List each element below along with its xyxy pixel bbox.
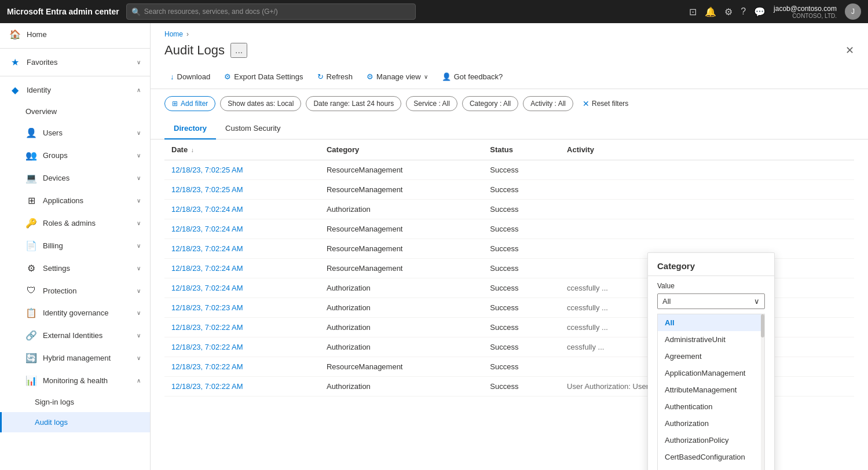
sidebar-item-protection[interactable]: 🛡 Protection ∨ bbox=[0, 280, 150, 302]
filters-bar: ⊞ Add filter Show dates as: Local Date r… bbox=[151, 89, 868, 118]
sidebar-item-groups[interactable]: 👥 Groups ∨ bbox=[0, 144, 150, 167]
breadcrumb-home[interactable]: Home bbox=[164, 30, 183, 38]
sidebar-item-sign-in-logs[interactable]: Sign-in logs bbox=[0, 392, 150, 412]
cell-date[interactable]: 12/18/23, 7:02:22 AM bbox=[164, 337, 320, 357]
sidebar-item-users[interactable]: 👤 Users ∨ bbox=[0, 122, 150, 144]
sidebar-item-settings[interactable]: ⚙ Settings ∨ bbox=[0, 257, 150, 280]
manage-view-button[interactable]: ⚙ Manage view ∨ bbox=[361, 69, 434, 84]
cell-date[interactable]: 12/18/23, 7:02:22 AM bbox=[164, 318, 320, 337]
dropdown-list-item[interactable]: Agreement bbox=[658, 348, 764, 365]
cell-date[interactable]: 12/18/23, 7:02:23 AM bbox=[164, 298, 320, 318]
sidebar-item-label: Protection bbox=[43, 287, 131, 295]
cell-status: Success bbox=[483, 318, 560, 337]
feedback-button[interactable]: 👤 Got feedback? bbox=[436, 69, 509, 84]
search-input[interactable] bbox=[144, 8, 411, 16]
service-filter[interactable]: Service : All bbox=[406, 96, 457, 111]
cell-date[interactable]: 12/18/23, 7:02:25 AM bbox=[164, 180, 320, 200]
download-button[interactable]: ↓ Download bbox=[164, 69, 216, 84]
page-menu-button[interactable]: ... bbox=[230, 43, 247, 58]
sidebar-item-monitoring-health[interactable]: 📊 Monitoring & health ∧ bbox=[0, 369, 150, 392]
close-button[interactable]: ✕ bbox=[845, 44, 854, 57]
sidebar-item-identity[interactable]: ◆ Identity ∧ bbox=[0, 79, 150, 101]
dropdown-list-item[interactable]: AttributeManagement bbox=[658, 381, 764, 398]
sidebar-item-devices[interactable]: 💻 Devices ∨ bbox=[0, 167, 150, 189]
cell-date[interactable]: 12/18/23, 7:02:25 AM bbox=[164, 160, 320, 180]
dropdown-body: Value All ∨ AllAdministrativeUnitAgreeme… bbox=[648, 276, 774, 470]
dropdown-list-item[interactable]: AdministrativeUnit bbox=[658, 331, 764, 348]
sidebar-item-home[interactable]: 🏠 Home bbox=[0, 23, 150, 46]
sidebar-item-label: Devices bbox=[43, 174, 131, 182]
cell-date[interactable]: 12/18/23, 7:02:24 AM bbox=[164, 278, 320, 298]
user-menu[interactable]: jacob@contoso.com CONTOSO, LTD. bbox=[774, 5, 837, 19]
show-dates-filter[interactable]: Show dates as: Local bbox=[220, 96, 301, 111]
feedback-label: Got feedback? bbox=[454, 72, 503, 81]
tabs-bar: Directory Custom Security bbox=[151, 118, 868, 139]
sidebar-item-label: Hybrid management bbox=[43, 354, 131, 362]
dropdown-list: AllAdministrativeUnitAgreementApplicatio… bbox=[657, 314, 765, 470]
cell-date[interactable]: 12/18/23, 7:02:24 AM bbox=[164, 239, 320, 259]
sidebar-item-favorites[interactable]: ★ Favorites ∨ bbox=[0, 51, 150, 74]
sidebar-item-overview[interactable]: Overview bbox=[0, 101, 150, 122]
table-row: 12/18/23, 7:02:25 AM ResourceManagement … bbox=[164, 160, 854, 180]
category-filter[interactable]: Category : All bbox=[462, 96, 518, 111]
tab-directory[interactable]: Directory bbox=[164, 118, 216, 139]
dropdown-list-item[interactable]: CertificateAuthorityEntity bbox=[658, 465, 764, 470]
dropdown-list-item[interactable]: Authentication bbox=[658, 398, 764, 415]
dropdown-list-item[interactable]: ApplicationManagement bbox=[658, 365, 764, 381]
settings-icon[interactable]: ⚙ bbox=[724, 6, 733, 17]
cell-status: Success bbox=[483, 200, 560, 219]
activity-filter[interactable]: Activity : All bbox=[523, 96, 573, 111]
sidebar-item-label: Favorites bbox=[27, 58, 131, 67]
avatar[interactable]: J bbox=[845, 3, 861, 20]
monitoring-icon: 📊 bbox=[25, 375, 37, 386]
portal-icon[interactable]: ⊡ bbox=[689, 6, 697, 17]
sidebar-item-label: Identity governance bbox=[43, 309, 131, 317]
dropdown-selected-value: All bbox=[662, 297, 671, 306]
chevron-up-icon: ∧ bbox=[137, 87, 141, 93]
dropdown-scrollbar[interactable] bbox=[761, 314, 764, 470]
refresh-button[interactable]: ↻ Refresh bbox=[312, 69, 359, 84]
cell-date[interactable]: 12/18/23, 7:02:24 AM bbox=[164, 259, 320, 278]
dropdown-list-item[interactable]: All bbox=[658, 314, 764, 331]
billing-icon: 📄 bbox=[25, 240, 37, 251]
add-filter-button[interactable]: ⊞ Add filter bbox=[164, 96, 215, 111]
export-data-settings-button[interactable]: ⚙ Export Data Settings bbox=[218, 69, 309, 84]
hybrid-icon: 🔄 bbox=[25, 352, 37, 363]
sidebar-item-label: Overview bbox=[25, 107, 141, 116]
search-bar[interactable]: 🔍 bbox=[126, 3, 416, 20]
dropdown-value-label: Value bbox=[657, 282, 765, 290]
sidebar-item-identity-governance[interactable]: 📋 Identity governance ∨ bbox=[0, 302, 150, 324]
search-icon: 🔍 bbox=[131, 8, 141, 16]
cell-activity bbox=[560, 180, 854, 200]
bell-icon[interactable]: 🔔 bbox=[705, 6, 716, 17]
dropdown-list-item[interactable]: Authorization bbox=[658, 415, 764, 432]
cell-date[interactable]: 12/18/23, 7:02:22 AM bbox=[164, 377, 320, 396]
sidebar-item-applications[interactable]: ⊞ Applications ∨ bbox=[0, 189, 150, 212]
sidebar-item-hybrid-management[interactable]: 🔄 Hybrid management ∨ bbox=[0, 347, 150, 369]
manage-view-icon: ⚙ bbox=[367, 72, 373, 81]
feedback-icon[interactable]: 💬 bbox=[754, 6, 766, 17]
chevron-down-icon: ∨ bbox=[137, 243, 141, 249]
cell-category: ResourceManagement bbox=[320, 259, 483, 278]
app-title: Microsoft Entra admin center bbox=[7, 7, 119, 16]
sidebar-item-billing[interactable]: 📄 Billing ∨ bbox=[0, 234, 150, 257]
dropdown-select[interactable]: All ∨ bbox=[657, 293, 765, 309]
sidebar-item-external-identities[interactable]: 🔗 External Identities ∨ bbox=[0, 324, 150, 347]
help-icon[interactable]: ? bbox=[741, 6, 746, 17]
reset-filters-button[interactable]: ✕ Reset filters bbox=[578, 96, 633, 111]
chevron-down-icon: ∨ bbox=[137, 310, 141, 316]
home-icon: 🏠 bbox=[9, 29, 21, 40]
date-range-filter[interactable]: Date range: Last 24 hours bbox=[306, 96, 401, 111]
cell-date[interactable]: 12/18/23, 7:02:24 AM bbox=[164, 200, 320, 219]
groups-icon: 👥 bbox=[25, 150, 37, 161]
dropdown-list-item[interactable]: CertBasedConfiguration bbox=[658, 449, 764, 465]
dropdown-list-item[interactable]: AuthorizationPolicy bbox=[658, 432, 764, 449]
sidebar-item-audit-logs[interactable]: Audit logs bbox=[0, 412, 150, 432]
date-range-label: Date range: Last 24 hours bbox=[313, 100, 394, 108]
sidebar-item-roles-admins[interactable]: 🔑 Roles & admins ∨ bbox=[0, 212, 150, 234]
cell-date[interactable]: 12/18/23, 7:02:24 AM bbox=[164, 219, 320, 239]
sidebar-item-label: Home bbox=[27, 30, 141, 39]
tab-custom-security[interactable]: Custom Security bbox=[216, 118, 290, 139]
cell-date[interactable]: 12/18/23, 7:02:22 AM bbox=[164, 357, 320, 377]
service-label: Service : All bbox=[413, 100, 450, 108]
